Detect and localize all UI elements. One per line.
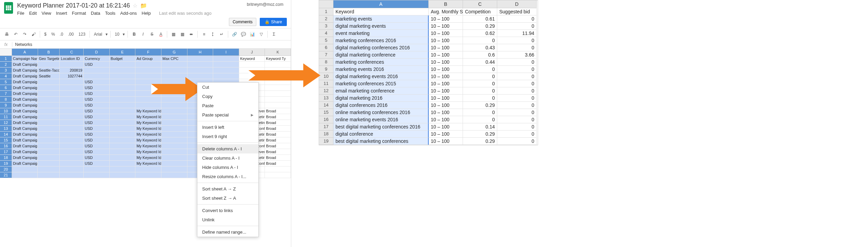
row-header[interactable]: 18 <box>319 131 333 138</box>
cell[interactable]: 0 <box>497 95 537 102</box>
cell[interactable] <box>38 172 60 178</box>
cell[interactable]: digital marketing 2016 <box>333 95 429 102</box>
cell[interactable] <box>60 97 84 102</box>
cell[interactable] <box>110 172 136 178</box>
column-header[interactable]: H <box>187 49 213 55</box>
cell[interactable]: Campaign Name <box>12 56 38 61</box>
cell[interactable] <box>265 166 291 172</box>
row-header[interactable]: 4 <box>319 30 333 37</box>
cell[interactable] <box>110 132 136 137</box>
header-cell[interactable]: Avg. Monthly Se <box>429 8 463 15</box>
cell[interactable] <box>60 85 84 90</box>
row-header[interactable]: 11 <box>319 80 333 87</box>
context-menu-item[interactable]: Sort sheet A → Z <box>197 184 258 194</box>
context-menu-item[interactable]: Define named range... <box>197 227 258 237</box>
cell[interactable]: Max CPC <box>161 56 187 61</box>
folder-icon[interactable]: 📁 <box>140 2 147 9</box>
cell[interactable]: 0 <box>463 80 497 87</box>
cell[interactable]: Draft Campaign <box>12 102 38 108</box>
print-icon[interactable]: 🖶 <box>3 31 10 38</box>
decrease-decimal[interactable]: .0 <box>58 32 64 37</box>
number-format[interactable]: 123 <box>77 32 87 37</box>
cell[interactable]: USD <box>84 79 110 85</box>
cell[interactable]: event marketing <box>333 30 429 37</box>
cell[interactable] <box>187 67 213 73</box>
context-menu-item[interactable]: Unlink <box>197 215 258 224</box>
chevron-down-icon[interactable]: ▾ <box>123 32 125 37</box>
cell[interactable]: USD <box>84 85 110 90</box>
row-header[interactable]: 10 <box>319 73 333 80</box>
cell[interactable] <box>213 67 239 73</box>
cell[interactable]: 0 <box>497 73 537 80</box>
cell[interactable]: Seattle <box>38 73 60 79</box>
cell[interactable]: 0.44 <box>463 59 497 66</box>
row-header[interactable]: 5 <box>319 37 333 44</box>
cell[interactable]: 0 <box>497 80 537 87</box>
cell[interactable]: Location ID <box>60 56 84 61</box>
row-header[interactable]: 16 <box>319 116 333 123</box>
cell[interactable]: Broad <box>265 155 291 160</box>
cell[interactable]: Broad <box>265 149 291 155</box>
cell[interactable] <box>265 102 291 108</box>
context-menu-item[interactable]: Delete columns A - I <box>197 144 258 153</box>
percent-format[interactable]: % <box>50 32 57 37</box>
cell[interactable]: 10 – 100 <box>429 87 463 95</box>
cell[interactable] <box>110 85 136 90</box>
cell[interactable] <box>110 143 136 149</box>
cell[interactable]: 0 <box>497 123 537 131</box>
column-header[interactable]: I <box>213 49 239 55</box>
cell[interactable] <box>161 62 187 67</box>
cell[interactable] <box>38 62 60 67</box>
cell[interactable] <box>60 143 84 149</box>
cell[interactable] <box>38 132 60 137</box>
cell[interactable]: 0 <box>497 138 537 145</box>
row-header[interactable]: 17 <box>319 123 333 131</box>
cell[interactable] <box>38 161 60 166</box>
cell[interactable]: 0 <box>463 116 497 123</box>
row-header[interactable]: 13 <box>0 126 12 131</box>
cell[interactable]: Draft Campaign <box>12 120 38 125</box>
cell[interactable]: My Keyword Ideas <box>135 120 161 125</box>
cell[interactable]: digital marketing conferences 2016 <box>333 44 429 51</box>
cell[interactable] <box>84 172 110 178</box>
cell[interactable]: Keyword Ty <box>265 56 291 61</box>
cell[interactable]: marketing conferences <box>333 59 429 66</box>
cell[interactable] <box>135 62 161 67</box>
cell[interactable]: My Keyword Ideas <box>135 132 161 137</box>
row-header[interactable]: 7 <box>319 51 333 59</box>
column-header[interactable]: C <box>60 49 84 55</box>
row-header[interactable]: 14 <box>0 132 12 137</box>
cell[interactable]: 0 <box>497 131 537 138</box>
cell[interactable]: Draft Campaign <box>12 97 38 102</box>
cell[interactable] <box>213 62 239 67</box>
cell[interactable]: email marketing conference <box>333 87 429 95</box>
cell[interactable]: USD <box>84 97 110 102</box>
cell[interactable]: digital conferences 2016 <box>333 102 429 109</box>
cell[interactable] <box>38 137 60 143</box>
cell[interactable]: USD <box>84 120 110 125</box>
cell[interactable]: Broad <box>265 132 291 137</box>
cell[interactable]: digital marketing conference <box>333 51 429 59</box>
menu-insert[interactable]: Insert <box>56 11 67 16</box>
row-header[interactable]: 2 <box>0 62 12 67</box>
cell[interactable] <box>38 149 60 155</box>
row-header[interactable]: 9 <box>319 66 333 73</box>
cell[interactable] <box>38 108 60 114</box>
context-menu-item[interactable]: Insert 9 right <box>197 132 258 141</box>
cell[interactable] <box>84 67 110 73</box>
cell[interactable]: 10 – 100 <box>429 30 463 37</box>
cell[interactable]: 0 <box>497 37 537 44</box>
row-header[interactable]: 1 <box>0 56 12 61</box>
row-header[interactable]: 20 <box>0 166 12 172</box>
cell[interactable] <box>110 166 136 172</box>
cell[interactable] <box>213 56 239 61</box>
row-header[interactable]: 4 <box>0 73 12 79</box>
header-cell[interactable]: Keyword <box>333 8 429 15</box>
cell[interactable] <box>161 149 187 155</box>
context-menu-item[interactable]: Insert 9 left <box>197 123 258 132</box>
cell[interactable]: digital conference <box>333 131 429 138</box>
cell[interactable] <box>110 149 136 155</box>
row-header[interactable]: 19 <box>319 138 333 145</box>
cell[interactable]: Broad <box>265 143 291 149</box>
row-header[interactable]: 11 <box>0 114 12 120</box>
